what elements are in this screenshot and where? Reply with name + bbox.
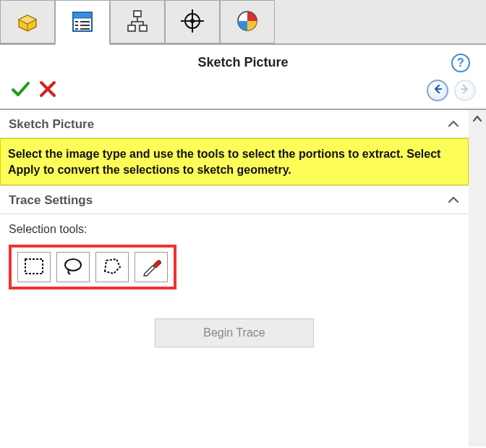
section-header-trace-settings[interactable]: Trace Settings — [0, 185, 469, 214]
chevron-up-icon — [447, 119, 460, 131]
cancel-button[interactable] — [38, 79, 58, 101]
polygon-select-tool[interactable] — [95, 252, 129, 282]
svg-rect-9 — [128, 25, 135, 31]
svg-rect-10 — [140, 25, 147, 31]
content-area: Sketch Picture Select the image type and… — [0, 109, 469, 447]
arrow-left-icon — [432, 84, 443, 96]
action-left — [10, 79, 58, 101]
hierarchy-icon — [124, 8, 150, 36]
help-button[interactable]: ? — [451, 54, 470, 72]
x-icon — [38, 90, 58, 101]
lasso-select-icon — [61, 255, 85, 279]
page-title: Sketch Picture — [197, 55, 288, 70]
selection-tools-highlight — [9, 245, 176, 289]
polygon-select-icon — [101, 255, 124, 279]
checkmark-icon — [10, 90, 30, 101]
eyedropper-tool[interactable] — [135, 252, 168, 282]
scroll-up-button[interactable] — [470, 113, 485, 126]
sphere-icon — [234, 8, 260, 36]
body-area: Sketch Picture Select the image type and… — [0, 109, 486, 447]
tab-appearances[interactable] — [220, 0, 275, 43]
crosshair-icon — [179, 8, 205, 36]
tab-group-left — [0, 0, 110, 43]
chevron-up-icon — [447, 195, 460, 207]
title-row: Sketch Picture ? — [0, 45, 486, 76]
block-icon — [14, 8, 40, 36]
svg-rect-8 — [134, 11, 141, 17]
list-panel-icon — [69, 9, 95, 37]
begin-trace-button: Begin Trace — [155, 318, 314, 347]
nav-forward-button — [454, 80, 476, 101]
info-message: Select the image type and use the tools … — [0, 138, 469, 185]
eyedropper-icon — [140, 255, 163, 279]
section-title: Trace Settings — [9, 193, 93, 208]
tab-features[interactable] — [0, 0, 55, 43]
rectangle-select-tool[interactable] — [17, 252, 51, 282]
rectangle-select-icon — [22, 255, 46, 279]
lasso-select-tool[interactable] — [56, 252, 90, 282]
begin-trace-wrap: Begin Trace — [9, 318, 460, 347]
tab-group-right — [110, 0, 275, 43]
nav-back-button[interactable] — [427, 80, 448, 101]
action-row — [0, 76, 486, 109]
trace-settings-body: Selection tools: — [0, 214, 469, 358]
section-title: Sketch Picture — [9, 117, 94, 132]
chevron-up-icon — [472, 114, 482, 125]
svg-rect-17 — [25, 259, 43, 274]
tab-dimxpert[interactable] — [165, 0, 220, 43]
arrow-right-icon — [460, 84, 470, 96]
selection-tools-label: Selection tools: — [9, 223, 460, 236]
svg-point-18 — [65, 259, 81, 271]
svg-point-14 — [190, 19, 195, 23]
svg-point-16 — [241, 15, 247, 20]
action-right — [427, 80, 476, 101]
top-tab-strip — [0, 0, 486, 45]
scrollbar[interactable] — [469, 109, 486, 447]
tab-property-manager[interactable] — [55, 0, 110, 45]
svg-rect-1 — [73, 12, 92, 18]
ok-button[interactable] — [10, 79, 30, 101]
help-icon: ? — [457, 56, 464, 69]
section-header-sketch-picture[interactable]: Sketch Picture — [0, 110, 469, 138]
tab-configuration[interactable] — [110, 0, 165, 43]
